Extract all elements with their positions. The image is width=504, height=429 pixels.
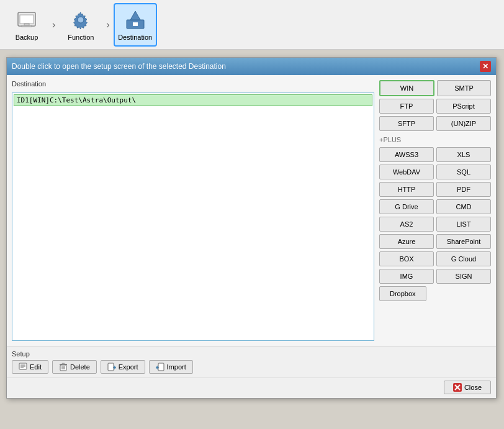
arrow-1: ›	[51, 19, 56, 30]
azure-button[interactable]: Azure	[379, 234, 434, 249]
svg-rect-19	[108, 363, 114, 371]
export-icon	[107, 363, 116, 371]
img-button[interactable]: IMG	[379, 269, 434, 284]
dialog-titlebar: Double click to open the setup screen of…	[7, 58, 496, 75]
box-button[interactable]: BOX	[379, 251, 434, 266]
btn-row-1: WIN SMTP	[379, 80, 491, 96]
list-button[interactable]: LIST	[436, 217, 491, 232]
delete-label: Delete	[70, 363, 90, 371]
toolbar-item-destination[interactable]: Destination	[114, 3, 157, 47]
toolbar-function-label: Function	[68, 34, 94, 41]
xls-button[interactable]: XLS	[436, 147, 491, 162]
destination-field-label: Destination	[12, 80, 374, 88]
dialog-footer: Close	[7, 377, 496, 398]
sftp-button[interactable]: SFTP	[379, 116, 434, 131]
close-button[interactable]: Close	[444, 381, 491, 394]
btn-row-10: BOX G Cloud	[379, 251, 491, 266]
btn-row-7: G Drive CMD	[379, 199, 491, 214]
toolbar: Backup › Function › Destination	[0, 0, 504, 50]
btn-row-2: FTP PScript	[379, 99, 491, 114]
delete-button[interactable]: Delete	[52, 360, 97, 374]
win-button[interactable]: WIN	[379, 80, 434, 96]
destination-list[interactable]: ID1[WIN]C:\Test\Astra\Output\	[12, 93, 374, 341]
edit-label: Edit	[30, 363, 42, 371]
dialog-title-close-button[interactable]: ✕	[480, 61, 491, 72]
sharepoint-button[interactable]: SharePoint	[436, 234, 491, 249]
arrow-2: ›	[105, 19, 110, 30]
destination-list-item[interactable]: ID1[WIN]C:\Test\Astra\Output\	[14, 94, 372, 106]
gdrive-button[interactable]: G Drive	[379, 199, 434, 214]
import-button[interactable]: Import	[149, 360, 193, 374]
dialog-title: Double click to open the setup screen of…	[12, 62, 226, 71]
cmd-button[interactable]: CMD	[436, 199, 491, 214]
edit-icon	[19, 363, 27, 371]
svg-rect-3	[22, 25, 32, 27]
svg-point-5	[78, 17, 84, 23]
svg-rect-15	[62, 363, 65, 364]
pdf-button[interactable]: PDF	[436, 182, 491, 197]
dialog-body: Destination ID1[WIN]C:\Test\Astra\Output…	[7, 75, 496, 346]
smtp-button[interactable]: SMTP	[437, 80, 491, 96]
http-button[interactable]: HTTP	[379, 182, 434, 197]
unzip-button[interactable]: (UN)ZIP	[436, 116, 491, 131]
btn-row-12: Dropbox	[379, 286, 491, 301]
setup-actions: Edit Delete Export	[12, 360, 491, 374]
close-label: Close	[464, 384, 482, 391]
btn-row-3: SFTP (UN)ZIP	[379, 116, 491, 131]
edit-button[interactable]: Edit	[12, 360, 48, 374]
btn-row-6: HTTP PDF	[379, 182, 491, 197]
setup-label: Setup	[12, 350, 491, 358]
toolbar-destination-label: Destination	[118, 34, 152, 41]
toolbar-item-function[interactable]: Function	[59, 3, 102, 47]
pscript-button[interactable]: PScript	[436, 99, 491, 114]
gcloud-button[interactable]: G Cloud	[436, 251, 491, 266]
sql-button[interactable]: SQL	[436, 165, 491, 179]
btn-row-9: Azure SharePoint	[379, 234, 491, 249]
btn-row-4: AWSS3 XLS	[379, 147, 491, 162]
svg-rect-1	[20, 15, 34, 24]
delete-icon	[59, 363, 68, 371]
ftp-button[interactable]: FTP	[379, 99, 434, 114]
setup-bar: Setup Edit D	[7, 346, 496, 377]
toolbar-item-backup[interactable]: Backup	[5, 3, 48, 47]
svg-rect-22	[158, 363, 164, 371]
import-icon	[156, 363, 164, 371]
svg-marker-7	[130, 11, 140, 20]
btn-row-5: WebDAV SQL	[379, 165, 491, 179]
toolbar-backup-label: Backup	[16, 34, 38, 41]
close-icon	[453, 383, 462, 392]
right-panel: WIN SMTP FTP PScript SFTP (UN)ZIP +PLUS …	[379, 80, 491, 341]
export-label: Export	[119, 363, 138, 371]
webdav-button[interactable]: WebDAV	[379, 165, 434, 179]
svg-rect-8	[133, 22, 138, 26]
backup-icon	[16, 9, 38, 31]
left-panel: Destination ID1[WIN]C:\Test\Astra\Output…	[12, 80, 374, 341]
as2-button[interactable]: AS2	[379, 217, 434, 232]
btn-row-8: AS2 LIST	[379, 217, 491, 232]
plus-label: +PLUS	[379, 136, 491, 143]
import-label: Import	[167, 363, 186, 371]
dropbox-button[interactable]: Dropbox	[379, 286, 426, 301]
btn-row-11: IMG SIGN	[379, 269, 491, 284]
awss3-button[interactable]: AWSS3	[379, 147, 434, 162]
destination-icon	[124, 9, 146, 31]
gear-icon	[70, 9, 92, 31]
destination-dialog: Double click to open the setup screen of…	[6, 57, 497, 399]
export-button[interactable]: Export	[101, 360, 145, 374]
sign-button[interactable]: SIGN	[436, 269, 491, 284]
